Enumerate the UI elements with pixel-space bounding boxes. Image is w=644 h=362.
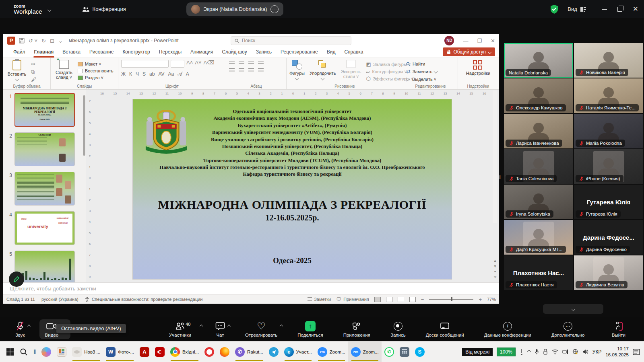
- grow-font-icon[interactable]: A˄: [186, 60, 193, 68]
- reset-button[interactable]: Восстановить: [78, 68, 113, 73]
- font-format-button[interactable]: 𝒜: [178, 71, 182, 77]
- participant-tile[interactable]: Дарина Федосе... Дарина Федосенко: [574, 220, 643, 255]
- shrink-font-icon[interactable]: A˅: [195, 60, 201, 68]
- taskbar-clock[interactable]: 10:17 16.05.2025: [605, 346, 629, 358]
- ribbon-tab[interactable]: Вставка: [58, 47, 85, 58]
- undo-icon[interactable]: ↺ ˅: [29, 38, 37, 43]
- participant-tile[interactable]: Олександр Камушков: [504, 78, 573, 113]
- ribbon-tab[interactable]: Анимация: [186, 47, 217, 58]
- collapse-gallery-button[interactable]: [543, 304, 603, 314]
- section-button[interactable]: Раздел ˅: [78, 75, 113, 80]
- justify-icon[interactable]: [258, 68, 264, 73]
- ribbon-tab[interactable]: Главная: [30, 47, 58, 58]
- participant-tile[interactable]: Наталія Якименко-Те...: [574, 78, 643, 113]
- font-name-select[interactable]: [121, 60, 169, 68]
- participant-tile[interactable]: Tania Colesnicova: [504, 149, 573, 184]
- ribbon-tab[interactable]: Рисование: [85, 47, 118, 58]
- more-button[interactable]: ··· Дополнительно: [547, 319, 589, 339]
- addins-button[interactable]: Надстройки: [467, 60, 489, 76]
- whiteboards-button[interactable]: Доски сообщений: [422, 319, 468, 339]
- share-screen-button[interactable]: ↑ Поделиться: [293, 319, 327, 339]
- ppt-close-button[interactable]: ✕: [491, 38, 495, 44]
- ribbon-tab[interactable]: Вид: [322, 47, 340, 58]
- save-icon[interactable]: [19, 38, 25, 43]
- editor-scrollbar[interactable]: ▲▼⏶⏷: [493, 90, 497, 281]
- language-status[interactable]: русский (Украина): [41, 297, 78, 302]
- shapes-button[interactable]: Фигуры: [289, 60, 305, 80]
- font-format-button[interactable]: Ч: [136, 71, 139, 77]
- clear-format-icon[interactable]: A⌫: [204, 60, 215, 68]
- quick-access-more-icon[interactable]: ⌄: [58, 38, 63, 43]
- participant-tile[interactable]: iPhone (Ксения): [574, 149, 643, 184]
- slide-thumbnail-4[interactable]: state pedagogical university national: [14, 211, 75, 245]
- normal-view-icon[interactable]: [374, 297, 381, 302]
- taskbar-opera[interactable]: [202, 341, 217, 362]
- participant-tile[interactable]: Iryna Solonytska: [504, 185, 573, 219]
- notification-center-icon[interactable]: [633, 349, 640, 355]
- layout-button[interactable]: Макет ˅: [78, 62, 113, 66]
- align-right-icon[interactable]: [248, 68, 254, 73]
- minimize-button[interactable]: [602, 9, 607, 10]
- participant-tile[interactable]: Новикова Валерія: [574, 43, 643, 78]
- reading-view-icon[interactable]: [398, 297, 404, 302]
- ppt-minimize-button[interactable]: —: [463, 38, 468, 44]
- zoom-in-icon[interactable]: +: [479, 297, 482, 302]
- task-view-button[interactable]: ‖: [31, 341, 39, 362]
- participant-tile[interactable]: Людмила Безугла: [574, 255, 643, 290]
- comments-toggle[interactable]: 🗩Примечания: [336, 297, 369, 302]
- share-access-button[interactable]: Общий доступ: [443, 47, 495, 56]
- start-presentation-icon[interactable]: ⊡: [50, 38, 54, 43]
- security-shield-icon[interactable]: [550, 4, 559, 14]
- audio-button[interactable]: Звук: [11, 319, 29, 339]
- redo-icon[interactable]: ↻: [41, 38, 46, 43]
- slide-thumbnail-1[interactable]: МІЖНАРОДНА ОЛІМПІАДА З РЕКРЕАЛОГІЇ 12-16…: [14, 93, 75, 127]
- participant-tile[interactable]: Плахотнюк Нас... Плахотнюк Настя: [504, 255, 573, 290]
- indent-increase-icon[interactable]: [258, 62, 264, 66]
- wifi-icon[interactable]: [552, 349, 558, 354]
- usb-icon[interactable]: [543, 349, 548, 355]
- participant-tile[interactable]: Лариса Іванченкова: [504, 114, 573, 148]
- taskbar-calculator[interactable]: [397, 341, 412, 362]
- numbering-icon[interactable]: [239, 62, 244, 66]
- reactions-button[interactable]: ♡ Отреагировать: [241, 319, 281, 339]
- microphone-icon[interactable]: [535, 349, 539, 355]
- tray-expand-chevron[interactable]: [527, 350, 531, 354]
- taskbar-copilot[interactable]: [39, 341, 54, 362]
- annotation-pencil-button[interactable]: [9, 272, 24, 287]
- audio-options-chevron[interactable]: [28, 323, 30, 328]
- zoom-out-icon[interactable]: −: [421, 297, 424, 302]
- taskbar-edge[interactable]: e Участ...: [281, 341, 315, 362]
- ribbon-tab[interactable]: Слайд-шоу: [217, 47, 251, 58]
- taskbar-zoom-2[interactable]: zm Zoom...: [348, 341, 382, 362]
- new-slide-button[interactable]: Создать слайд ˅: [54, 60, 74, 80]
- apps-button[interactable]: Приложения: [339, 319, 374, 339]
- zoom-slider[interactable]: [429, 299, 473, 300]
- taskbar-word[interactable]: W Фото-...: [103, 341, 137, 362]
- slide-sorter-icon[interactable]: [386, 297, 392, 302]
- notes-pane[interactable]: Щелкните, чтобы добавить заметки: [3, 282, 499, 294]
- chat-chevron[interactable]: [228, 323, 230, 328]
- start-button[interactable]: [3, 341, 17, 362]
- ribbon-tab[interactable]: Справка: [340, 47, 367, 58]
- restore-button[interactable]: [617, 7, 622, 12]
- align-left-icon[interactable]: [229, 68, 235, 73]
- taskbar-zoom-1[interactable]: zm Zoom...: [315, 341, 348, 362]
- keyboard-language[interactable]: УКР: [592, 349, 602, 355]
- taskbar-abbyy[interactable]: [152, 341, 167, 362]
- thumbnail-scrollbar[interactable]: [82, 90, 86, 282]
- taskbar-whatsapp[interactable]: ✆: [382, 341, 397, 362]
- font-size-select[interactable]: [171, 60, 184, 68]
- arrange-button[interactable]: Упорядочить: [310, 60, 336, 80]
- font-format-button[interactable]: S: [142, 71, 146, 77]
- shield-warning-icon[interactable]: [572, 349, 578, 355]
- chevron-down-icon[interactable]: [47, 8, 51, 12]
- leave-meeting-button[interactable]: Выйти: [608, 319, 630, 339]
- tab-options-icon[interactable]: ···: [270, 5, 279, 13]
- find-button[interactable]: Найти: [406, 62, 455, 66]
- taskbar-telegram[interactable]: [266, 341, 281, 362]
- quick-styles-button[interactable]: Экспресс- стили ˅: [341, 60, 361, 79]
- indent-decrease-icon[interactable]: [248, 62, 254, 66]
- copy-icon[interactable]: ⧉: [31, 69, 36, 74]
- taskbar-chrome[interactable]: Вхідні...: [167, 341, 202, 362]
- bullets-icon[interactable]: [229, 62, 235, 66]
